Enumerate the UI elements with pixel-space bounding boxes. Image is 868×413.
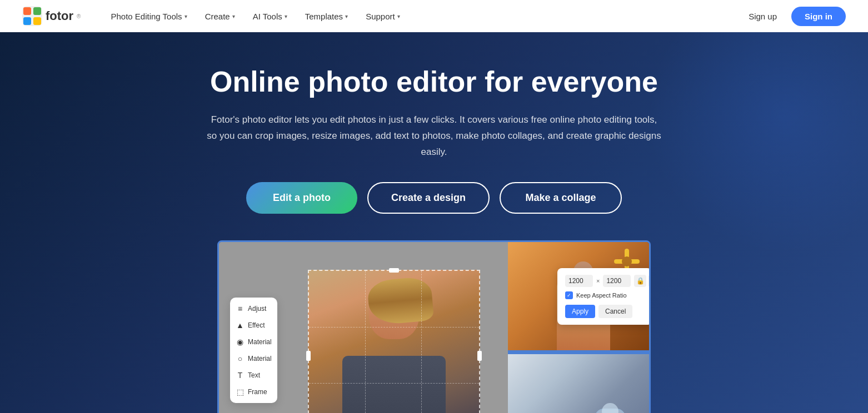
resize-width-input[interactable] [565, 275, 593, 287]
nav-item-photo-editing-tools[interactable]: Photo Editing Tools ▾ [103, 7, 194, 26]
keep-aspect-checkbox[interactable]: ✓ [565, 291, 573, 299]
keep-aspect-ratio: ✓ Keep Aspect Ratio [565, 291, 644, 299]
chevron-down-icon: ▾ [285, 13, 287, 19]
nav-right: Sign up Sign in [741, 7, 846, 26]
nav-item-templates[interactable]: Templates ▾ [297, 7, 356, 26]
toolbar-material-2[interactable]: ○ Material [236, 354, 272, 363]
svg-rect-3 [23, 17, 31, 25]
glass-object [588, 397, 632, 413]
make-collage-button[interactable]: Make a collage [500, 182, 622, 214]
signin-button[interactable]: Sign in [791, 7, 846, 26]
svg-rect-4 [33, 17, 41, 25]
hero-section: Online photo editor for everyone Fotor's… [0, 32, 868, 413]
toolbar-effect[interactable]: ▲ Effect [236, 321, 272, 330]
fotor-logo-icon [22, 6, 42, 26]
toolbar-text[interactable]: T Text [236, 371, 272, 380]
logo-text: fotor [46, 9, 73, 23]
svg-rect-2 [33, 7, 41, 15]
photo-editor-panel: ≡ Adjust ▲ Effect ◉ Material ○ Material … [219, 242, 508, 413]
toolbar-frame[interactable]: ⬚ Frame [236, 387, 272, 396]
person-photo [308, 270, 480, 413]
swap-icon[interactable]: ⇄ [648, 275, 649, 287]
resize-actions: Apply Cancel [565, 305, 644, 318]
signup-button[interactable]: Sign up [741, 7, 785, 26]
collage-photo-bottom [508, 350, 649, 413]
collage-panel: × 🔒 ⇄ ✓ Keep Aspect Ratio Apply Cancel [508, 242, 649, 413]
apply-button[interactable]: Apply [565, 305, 595, 318]
edit-photo-button[interactable]: Edit a photo [246, 182, 357, 214]
chevron-down-icon: ▾ [232, 13, 235, 19]
frame-icon: ⬚ [236, 387, 245, 396]
hero-title: Online photo editor for everyone [210, 66, 658, 99]
chevron-down-icon: ▾ [345, 13, 348, 19]
collage-divider-stripe [508, 352, 649, 354]
collage-photo-top: × 🔒 ⇄ ✓ Keep Aspect Ratio Apply Cancel [508, 242, 649, 350]
resize-dimensions: × 🔒 ⇄ [565, 275, 644, 287]
effect-icon: ▲ [236, 321, 245, 330]
logo-sup: ® [77, 13, 81, 19]
editor-toolbar: ≡ Adjust ▲ Effect ◉ Material ○ Material … [230, 298, 277, 403]
svg-rect-1 [23, 7, 31, 15]
material-icon-1: ◉ [236, 338, 245, 346]
nav-item-support[interactable]: Support ▾ [358, 7, 408, 26]
resize-separator: × [596, 278, 600, 284]
toolbar-material-1[interactable]: ◉ Material [236, 338, 272, 346]
resize-dialog: × 🔒 ⇄ ✓ Keep Aspect Ratio Apply Cancel [557, 268, 649, 325]
resize-height-input[interactable] [603, 275, 631, 287]
nav-item-create[interactable]: Create ▾ [197, 7, 243, 26]
material-icon-2: ○ [236, 354, 245, 363]
adjust-icon: ≡ [236, 304, 245, 313]
nav-links: Photo Editing Tools ▾ Create ▾ AI Tools … [103, 7, 741, 26]
preview-container: ≡ Adjust ▲ Effect ◉ Material ○ Material … [217, 240, 651, 413]
create-design-button[interactable]: Create a design [367, 182, 490, 214]
logo[interactable]: fotor® [22, 6, 81, 26]
resize-icons: 🔒 ⇄ [634, 275, 649, 287]
toolbar-adjust[interactable]: ≡ Adjust [236, 304, 272, 313]
text-icon: T [236, 371, 245, 380]
nav-item-ai-tools[interactable]: AI Tools ▾ [245, 7, 295, 26]
lock-icon[interactable]: 🔒 [634, 275, 646, 287]
navbar: fotor® Photo Editing Tools ▾ Create ▾ AI… [0, 0, 868, 32]
chevron-down-icon: ▾ [397, 13, 400, 19]
hero-buttons: Edit a photo Create a design Make a coll… [246, 182, 622, 214]
chevron-down-icon: ▾ [184, 13, 187, 19]
cancel-button[interactable]: Cancel [598, 305, 632, 318]
hero-subtitle: Fotor's photo editor lets you edit photo… [206, 112, 662, 160]
